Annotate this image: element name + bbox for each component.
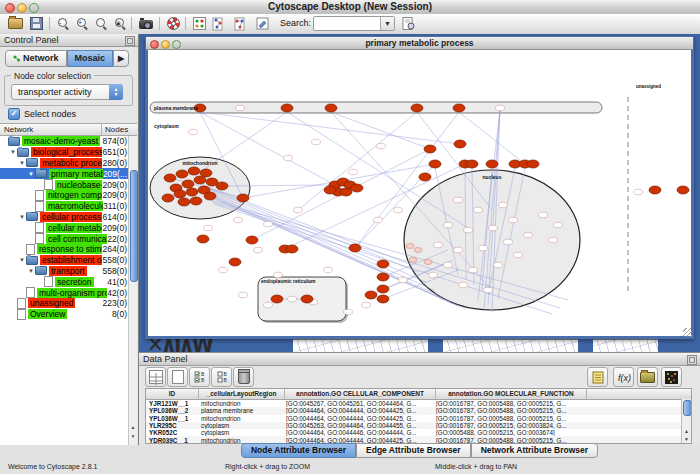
- column-header[interactable]: ID: [146, 389, 199, 399]
- expand-triangle-icon[interactable]: ▼: [27, 171, 35, 177]
- tree-row[interactable]: ▼establishment of lo558(0): [0, 255, 129, 266]
- table-row[interactable]: YPL036W__2plasma membrane[GO:0044464, GO…: [146, 407, 691, 414]
- select-attributes-icon[interactable]: [145, 367, 166, 387]
- table-scrollbar-thumb[interactable]: [683, 400, 692, 416]
- resize-grip[interactable]: [683, 328, 692, 337]
- node-selected: [377, 260, 389, 268]
- attribute-checklist-icon[interactable]: BB: [189, 367, 210, 387]
- expand-triangle-icon[interactable]: ▼: [27, 268, 35, 274]
- node-selected: [178, 198, 190, 206]
- svg-text:B: B: [223, 377, 227, 383]
- tree-row[interactable]: nitrogen compo209(0): [0, 190, 129, 201]
- node: [374, 217, 383, 223]
- zoom-in-icon[interactable]: +: [73, 15, 91, 32]
- folder-icon: [17, 148, 29, 157]
- tree-row[interactable]: ▼biological_process651(0): [0, 147, 129, 158]
- tree-row[interactable]: Overview8(0): [0, 309, 129, 320]
- table-row[interactable]: YJR121W__1mitochondrion[GO:0045267, GO:0…: [146, 400, 691, 407]
- tree-row[interactable]: macromolecule311(0): [0, 201, 129, 212]
- column-header[interactable]: _cellularLayoutRegion: [199, 389, 285, 399]
- tree-col-nodes[interactable]: Nodes: [102, 124, 137, 135]
- tree-row[interactable]: multi-organism pro42(0): [0, 287, 129, 298]
- attribute-list-icon[interactable]: BB: [211, 367, 232, 387]
- layout-edges-icon[interactable]: [232, 15, 250, 32]
- tree-row-count: 311(0): [103, 201, 129, 211]
- network-graph[interactable]: plasma membranecytoplasmmitochondrionnuc…: [148, 50, 691, 337]
- window-titlebar[interactable]: Cytoscape Desktop (New Session): [0, 0, 700, 15]
- formula-icon[interactable]: f(x): [613, 367, 634, 387]
- tree-row[interactable]: ▼metabolic process280(0): [0, 158, 129, 169]
- import-folder-icon[interactable]: [637, 367, 658, 387]
- tree-row[interactable]: secretion41(0): [0, 276, 129, 287]
- open-icon[interactable]: [6, 15, 24, 32]
- annotation-icon[interactable]: [253, 15, 271, 32]
- tree-scrollbar-arrows[interactable]: ▲▼: [129, 423, 137, 443]
- zoom-fit-icon[interactable]: [92, 15, 110, 32]
- network-canvas[interactable]: plasma membranecytoplasmmitochondrionnuc…: [146, 50, 693, 338]
- tree-row[interactable]: ▼primary metabo209(...: [0, 168, 129, 179]
- expand-triangle-icon[interactable]: ▼: [18, 160, 26, 166]
- select-nodes-checkbox[interactable]: ✓: [8, 108, 20, 120]
- table-scrollbar-arrows[interactable]: ▲▼: [682, 427, 691, 443]
- background-window-fragment[interactable]: [293, 339, 428, 352]
- zoom-out-icon[interactable]: -: [54, 15, 72, 32]
- tree-scrollbar[interactable]: ▲▼: [128, 136, 137, 445]
- search-input[interactable]: ▼: [313, 16, 395, 31]
- search-config-icon[interactable]: [399, 15, 417, 32]
- table-row[interactable]: YLR295Ccytoplasm[GO:0045263, GO:0044464,…: [146, 422, 691, 429]
- tab-network-attribute-browser[interactable]: Network Attribute Browser: [471, 443, 598, 458]
- tree-row[interactable]: cell communicat22(0): [0, 233, 129, 244]
- tree-row[interactable]: cellular metabol209(0): [0, 222, 129, 233]
- node-selected: [194, 176, 206, 184]
- table-scrollbar[interactable]: ▲▼: [681, 399, 691, 443]
- snapshot-icon[interactable]: [136, 15, 156, 32]
- tab-overflow-icon[interactable]: ▶: [113, 50, 129, 67]
- node-selected: [216, 182, 228, 190]
- endoplasmic-reticulum-label: endoplasmic reticulum: [261, 278, 316, 284]
- table-cell: YJR121W__1: [146, 400, 198, 407]
- tree-row[interactable]: nucleobase-209(0): [0, 179, 129, 190]
- expand-triangle-icon[interactable]: ▼: [9, 149, 17, 155]
- node-selected: [411, 104, 423, 112]
- save-icon[interactable]: [27, 15, 45, 32]
- tree-row[interactable]: ▼transport558(0): [0, 266, 129, 277]
- background-window-fragment[interactable]: [593, 339, 658, 352]
- vizmapper-icon[interactable]: [190, 15, 208, 32]
- tree-row-label: nucleobase-: [55, 180, 102, 190]
- table-row[interactable]: YKR052Ccytoplasm[GO:0044464, GO:0044446,…: [146, 429, 691, 436]
- new-attribute-icon[interactable]: [167, 367, 188, 387]
- node: [324, 267, 333, 273]
- node-color-dropdown[interactable]: transporter activity ▲▼: [11, 84, 123, 100]
- attribute-table-header[interactable]: ID_cellularLayoutRegionannotation.GO CEL…: [146, 389, 691, 400]
- table-row[interactable]: YPL036W__1mitochondrion[GO:0044464, GO:0…: [146, 415, 691, 422]
- tree-row[interactable]: unassigned223(0): [0, 298, 129, 309]
- notes-icon[interactable]: [587, 367, 608, 387]
- background-window-fragment[interactable]: [443, 339, 578, 352]
- network-window-titlebar[interactable]: primary metabolic process: [146, 37, 693, 50]
- node-selected: [377, 295, 389, 303]
- matrix-icon[interactable]: [661, 367, 682, 387]
- tab-network[interactable]: Network: [5, 50, 67, 67]
- tree-col-network[interactable]: Network: [0, 124, 102, 135]
- float-panel-icon[interactable]: [125, 36, 135, 46]
- search-dropdown-icon[interactable]: ▼: [380, 17, 394, 30]
- tab-node-attribute-browser[interactable]: Node Attribute Browser: [241, 443, 356, 458]
- float-panel-icon[interactable]: [687, 355, 697, 365]
- layout-nodes-icon[interactable]: [210, 15, 228, 32]
- tab-mosaic[interactable]: Mosaic: [67, 50, 114, 67]
- column-header[interactable]: annotation.GO MOLECULAR_FUNCTION: [436, 389, 587, 399]
- tree-scrollbar-thumb[interactable]: [130, 170, 138, 282]
- help-icon[interactable]: [164, 15, 182, 32]
- tree-row[interactable]: ▼cellular process614(0): [0, 212, 129, 223]
- column-header[interactable]: annotation.GO CELLULAR_COMPONENT: [285, 389, 436, 399]
- tree-row[interactable]: response to stimul264(0): [0, 244, 129, 255]
- node-selected: [246, 236, 258, 244]
- expand-triangle-icon[interactable]: ▼: [18, 214, 26, 220]
- zoom-selected-icon[interactable]: ▣: [111, 15, 129, 32]
- expand-triangle-icon[interactable]: ▼: [18, 257, 26, 263]
- node: [344, 309, 353, 315]
- delete-attribute-icon[interactable]: [233, 367, 254, 387]
- tab-edge-attribute-browser[interactable]: Edge Attribute Browser: [356, 443, 471, 458]
- tree-row[interactable]: mosaic-demo-yeast874(0): [0, 136, 129, 147]
- tree-row-label: nitrogen compo: [46, 190, 102, 200]
